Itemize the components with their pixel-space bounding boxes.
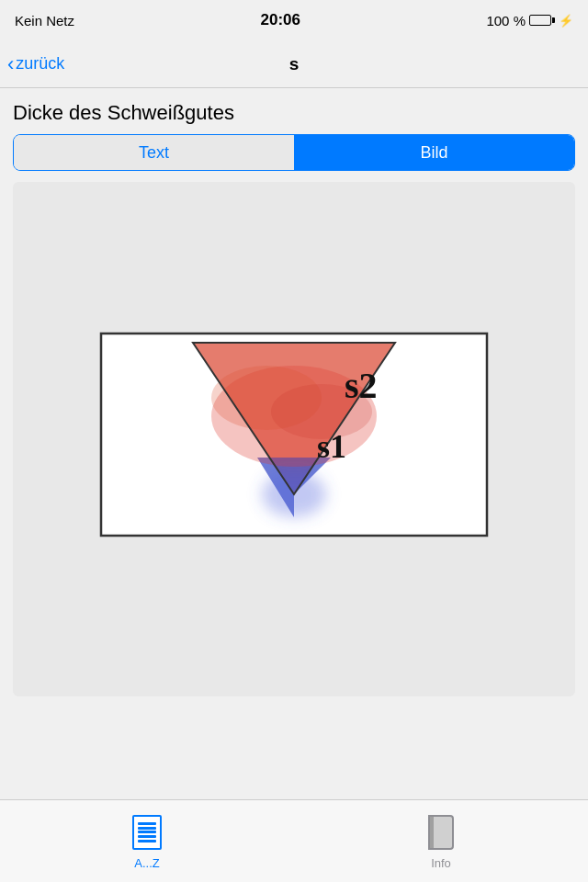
tab-info-label: Info [431, 856, 451, 870]
time-text: 20:06 [261, 11, 300, 29]
carrier-text: Kein Netz [15, 13, 74, 28]
tab-az-label: A...Z [134, 856, 159, 870]
svg-text:s1: s1 [317, 428, 346, 465]
svg-text:s2: s2 [345, 365, 378, 406]
segment-bild-button[interactable]: Bild [294, 135, 574, 170]
az-icon [130, 812, 164, 853]
diagram-svg: s2 s1 [74, 297, 514, 582]
tab-bar: A...Z Info [0, 799, 588, 882]
back-chevron-icon: ‹ [7, 54, 14, 74]
status-bar: Kein Netz 20:06 100 % ⚡ [0, 0, 588, 40]
segment-control[interactable]: Text Bild [13, 134, 575, 171]
battery-area: 100 % ⚡ [486, 13, 573, 28]
segment-text-button[interactable]: Text [14, 135, 294, 170]
tab-info[interactable]: Info [294, 812, 588, 870]
info-icon [424, 812, 458, 853]
content-area: Dicke des Schweißgutes Text Bild [0, 88, 588, 799]
back-label: zurück [16, 54, 64, 74]
nav-title: s [289, 54, 300, 74]
tab-az[interactable]: A...Z [0, 812, 294, 870]
nav-bar: ‹ zurück s [0, 40, 588, 88]
battery-percent: 100 % [486, 13, 526, 28]
back-button[interactable]: ‹ zurück [7, 54, 64, 74]
battery-icon [529, 15, 555, 26]
image-area: s2 s1 [13, 182, 575, 696]
page-title: Dicke des Schweißgutes [0, 88, 588, 134]
bolt-icon: ⚡ [559, 14, 573, 28]
